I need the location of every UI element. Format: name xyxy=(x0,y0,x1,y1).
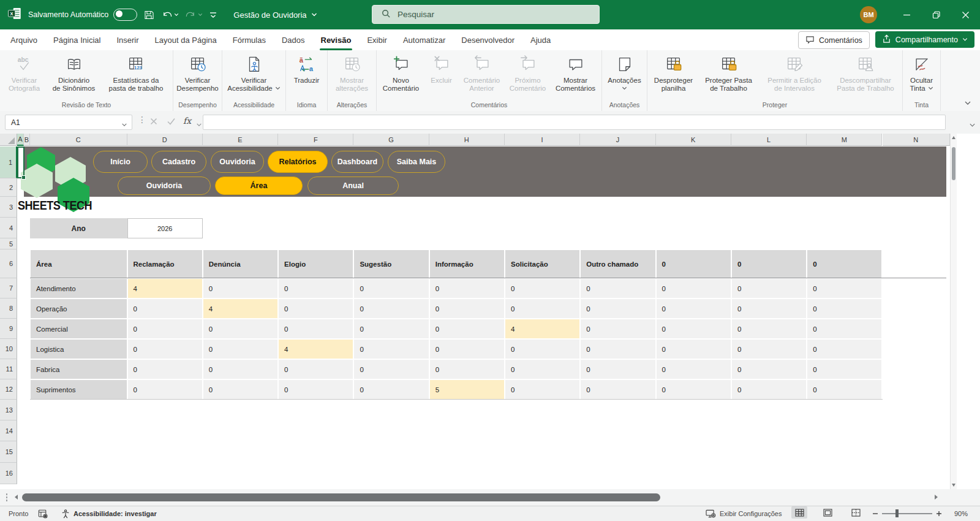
table-row-label[interactable]: Atendimento xyxy=(31,279,127,298)
table-header-cell[interactable]: Informação xyxy=(430,250,504,278)
table-cell[interactable]: 0 xyxy=(807,380,881,399)
subnav-button-anual[interactable]: Anual xyxy=(307,177,399,195)
table-header-cell[interactable]: 0 xyxy=(807,250,881,278)
row-header-14[interactable]: 14 xyxy=(0,420,17,441)
ribbon-button-novo-comentario[interactable]: NovoComentário xyxy=(378,53,424,101)
table-header-cell[interactable]: Sugestão xyxy=(354,250,428,278)
ribbon-button-permitir-a-edicao-de-intervalos[interactable]: Permitir a Ediçãode Intervalos xyxy=(759,53,830,101)
table-cell[interactable]: 0 xyxy=(505,380,579,399)
tab-ajuda[interactable]: Ajuda xyxy=(522,29,559,50)
table-cell[interactable]: 0 xyxy=(657,299,731,318)
column-header-k[interactable]: K xyxy=(656,134,731,146)
ribbon-button-estatisticas-da-pasta-de-trabalho[interactable]: 123Estatísticas dapasta de trabalho xyxy=(100,53,172,101)
column-header-g[interactable]: G xyxy=(353,134,429,146)
name-box-caret-icon[interactable] xyxy=(121,121,127,129)
horizontal-scrollbar[interactable] xyxy=(0,489,980,506)
view-normal-button[interactable] xyxy=(791,506,807,519)
column-header-f[interactable]: F xyxy=(278,134,353,146)
ribbon-button-verificar-desempenho[interactable]: VerificarDesempenho xyxy=(175,53,221,101)
ribbon-button-mostrar-alteracoes[interactable]: Mostraralterações xyxy=(329,53,375,101)
formula-input[interactable] xyxy=(203,115,946,130)
table-cell[interactable]: 0 xyxy=(354,319,428,338)
column-header-n[interactable]: N xyxy=(883,134,951,146)
table-cell[interactable]: 0 xyxy=(657,279,731,298)
formula-bar-grip[interactable]: ⋮ xyxy=(138,115,146,124)
enter-entry-icon[interactable] xyxy=(167,117,176,128)
row-header-11[interactable]: 11 xyxy=(0,359,17,379)
undo-button[interactable] xyxy=(161,9,179,21)
table-row-label[interactable]: Suprimentos xyxy=(31,380,127,399)
row-header-5[interactable]: 5 xyxy=(0,238,17,249)
scroll-right-icon[interactable] xyxy=(935,495,938,500)
horizontal-scroll-thumb[interactable] xyxy=(22,493,660,501)
name-box[interactable]: A1 xyxy=(5,115,132,130)
table-cell[interactable]: 0 xyxy=(807,340,881,359)
row-header-15[interactable]: 15 xyxy=(0,441,17,463)
ribbon-button-ocultar-tinta[interactable]: OcultarTinta xyxy=(904,53,939,101)
table-cell[interactable]: 0 xyxy=(128,360,202,379)
ribbon-button-mostrar-comentarios[interactable]: MostrarComentários xyxy=(551,53,600,101)
sheet-tab-grip[interactable] xyxy=(6,493,8,501)
save-icon[interactable] xyxy=(143,9,155,21)
table-cell[interactable]: 0 xyxy=(732,319,806,338)
column-header-l[interactable]: L xyxy=(731,134,807,146)
table-cell[interactable]: 0 xyxy=(505,340,579,359)
row-header-10[interactable]: 10 xyxy=(0,339,17,359)
subnav-button-area[interactable]: Área xyxy=(215,177,303,195)
autosave-toggle[interactable] xyxy=(113,9,137,21)
table-cell[interactable]: 4 xyxy=(505,319,579,338)
column-header-j[interactable]: J xyxy=(580,134,655,146)
column-header-a[interactable]: A xyxy=(17,134,24,146)
table-header-cell[interactable]: Reclamação xyxy=(128,250,202,278)
tab-layout-da-pagina[interactable]: Layout da Página xyxy=(147,29,225,50)
column-header-d[interactable]: D xyxy=(127,134,203,146)
table-cell[interactable]: 0 xyxy=(354,360,428,379)
table-cell[interactable]: 0 xyxy=(128,340,202,359)
vertical-scrollbar[interactable] xyxy=(950,134,957,489)
table-cell[interactable]: 0 xyxy=(505,279,579,298)
tab-dados[interactable]: Dados xyxy=(274,29,313,50)
tab-revisao[interactable]: Revisão xyxy=(313,29,360,50)
table-row-label[interactable]: Comercial xyxy=(31,319,127,338)
table-cell[interactable]: 0 xyxy=(581,380,655,399)
row-header-9[interactable]: 9 xyxy=(0,319,17,339)
column-header-h[interactable]: H xyxy=(429,134,505,146)
zoom-level[interactable]: 90% xyxy=(954,506,968,521)
share-button[interactable]: Compartilhamento xyxy=(875,31,974,48)
row-header-13[interactable]: 13 xyxy=(0,400,17,420)
restore-button[interactable] xyxy=(921,0,951,29)
table-cell[interactable]: 0 xyxy=(279,380,353,399)
table-header-cell[interactable]: Denúncia xyxy=(203,250,277,278)
ribbon-button-anotacoes[interactable]: Anotações xyxy=(603,53,646,101)
table-cell[interactable]: 0 xyxy=(430,340,504,359)
table-cell[interactable]: 0 xyxy=(807,319,881,338)
table-cell[interactable]: 0 xyxy=(657,319,731,338)
year-value-cell[interactable]: 2026 xyxy=(127,218,203,238)
table-cell[interactable]: 0 xyxy=(279,360,353,379)
table-cell[interactable]: 0 xyxy=(430,299,504,318)
row-header-12[interactable]: 12 xyxy=(0,379,17,400)
table-header-cell[interactable]: Outro chamado xyxy=(581,250,655,278)
column-header-b[interactable]: B xyxy=(24,134,30,146)
table-cell[interactable]: 0 xyxy=(657,340,731,359)
table-cell[interactable]: 0 xyxy=(430,319,504,338)
close-button[interactable] xyxy=(951,0,980,29)
workbook-title[interactable]: Gestão de Ouvidoria xyxy=(233,10,317,20)
column-header-c[interactable]: C xyxy=(30,134,127,146)
table-cell[interactable]: 0 xyxy=(354,279,428,298)
tab-automatizar[interactable]: Automatizar xyxy=(395,29,453,50)
zoom-slider-thumb[interactable] xyxy=(895,509,899,517)
scroll-left-icon[interactable] xyxy=(15,495,18,500)
display-settings[interactable]: Exibir Configurações xyxy=(706,506,782,521)
row-header-8[interactable]: 8 xyxy=(0,299,17,319)
row-header-16[interactable]: 16 xyxy=(0,463,17,484)
avatar[interactable]: BM xyxy=(860,6,877,23)
row-header-4[interactable]: 4 xyxy=(0,218,17,238)
view-page-layout-button[interactable] xyxy=(820,506,835,519)
ribbon-button-dicionario-de-sinonimos[interactable]: Dicionáriode Sinônimos xyxy=(47,53,100,101)
nav-button-inicio[interactable]: Início xyxy=(93,151,148,173)
table-cell[interactable]: 0 xyxy=(505,299,579,318)
table-cell[interactable]: 0 xyxy=(581,340,655,359)
search-box[interactable]: Pesquisar xyxy=(372,5,600,24)
ribbon-button-comentario-anterior[interactable]: ComentárioAnterior xyxy=(459,53,505,101)
